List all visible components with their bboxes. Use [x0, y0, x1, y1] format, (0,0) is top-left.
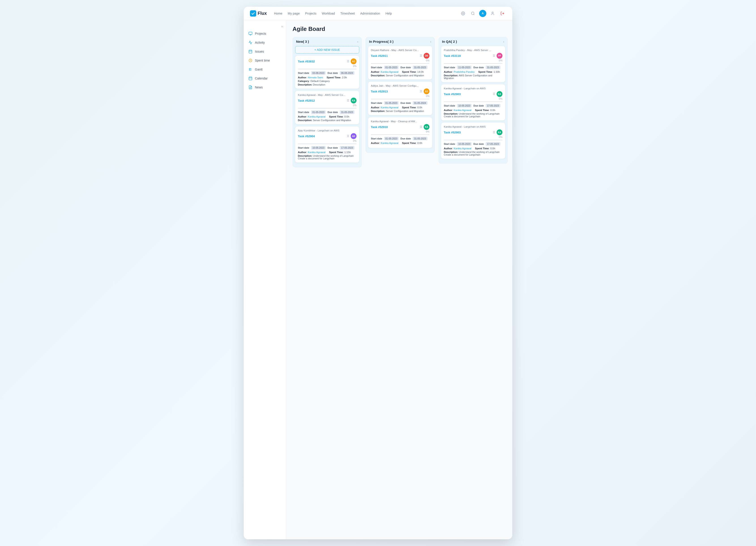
- sidebar-item-projects[interactable]: Projects: [244, 29, 286, 38]
- start-label: Start date: [298, 111, 309, 113]
- card-right: ☰ KA: [347, 98, 357, 103]
- svg-rect-8: [249, 50, 252, 53]
- calendar-icon: [248, 76, 253, 81]
- progress-percent: 0%: [444, 59, 502, 62]
- nav-home[interactable]: Home: [274, 12, 282, 15]
- spent-time: Spent Time: 1:30h: [478, 71, 500, 73]
- task-link[interactable]: Task #52904: [298, 135, 315, 138]
- description-row: Description: AWS Server Configuration an…: [444, 74, 502, 79]
- author-label: Author: Kanika Agrawal: [371, 71, 398, 73]
- task-link[interactable]: Task #52912: [298, 99, 315, 102]
- card-right: ☰ AJ: [347, 58, 357, 64]
- progress-percent: 0%: [298, 104, 357, 107]
- card-menu-icon[interactable]: ☰: [347, 135, 349, 138]
- description-row: Description: Server Configuration and Mi…: [298, 119, 357, 122]
- task-link[interactable]: Task #53119: [444, 54, 461, 58]
- progress-percent: 0%: [444, 136, 502, 138]
- card-menu-icon[interactable]: ☰: [493, 131, 495, 134]
- card-right: ☰ AK: [347, 133, 357, 139]
- card-right: ☰ PP: [493, 53, 502, 59]
- due-label: Due date: [327, 72, 338, 74]
- task-card: Kanika Agrawal - Langchain on AWS Task #…: [441, 84, 505, 120]
- nav-administration[interactable]: Administration: [360, 12, 380, 15]
- sidebar-item-news[interactable]: News: [244, 83, 286, 92]
- start-label: Start date: [371, 137, 382, 140]
- task-link[interactable]: Task #52903: [444, 92, 461, 96]
- progress-bar-container: [298, 108, 357, 109]
- task-link[interactable]: Task #53832: [298, 60, 315, 63]
- author-row: Author: Pratishtha Pandey Spent Time: 1:…: [444, 71, 502, 73]
- logo[interactable]: Flux: [250, 10, 267, 17]
- sidebar-label-spent-time: Spent time: [255, 59, 270, 62]
- nav-timesheet[interactable]: Timesheet: [340, 12, 355, 15]
- logo-icon: [250, 10, 256, 17]
- author-row: Author: Kanika Agrawal Spent Time: 0:0h: [298, 115, 357, 118]
- author-label: Author: Kanika Agrawal: [298, 151, 325, 154]
- author-row: Author: Kanika Agrawal Spent Time: 0:0h: [444, 109, 502, 111]
- start-date: 01-05-2023: [384, 66, 399, 69]
- card-avatar: KA: [497, 129, 502, 135]
- card-menu-icon[interactable]: ☰: [420, 125, 422, 128]
- progress-percent: 0%: [298, 65, 357, 67]
- column-in-qa-collapse-icon[interactable]: ‹: [503, 40, 504, 43]
- issues-icon: [248, 49, 253, 54]
- card-menu-icon[interactable]: ☰: [347, 99, 349, 102]
- start-label: Start date: [298, 146, 309, 149]
- author-label: Author: Kanika Agrawal: [444, 147, 471, 150]
- card-menu-icon[interactable]: ☰: [493, 92, 495, 96]
- due-date: 31-05-2023: [413, 66, 427, 69]
- user-avatar[interactable]: A: [479, 10, 486, 17]
- task-card: Ajay Kumbhkar - Langchain on AWS Task #5…: [295, 126, 359, 163]
- task-link[interactable]: Task #52903: [444, 131, 461, 134]
- sidebar-item-activity[interactable]: Activity: [244, 38, 286, 47]
- user-icon[interactable]: [489, 10, 496, 17]
- due-label: Due date: [327, 146, 338, 149]
- date-row: Start date 03-08-2023 Due date 06-08-202…: [298, 71, 357, 75]
- card-menu-icon[interactable]: ☰: [420, 90, 422, 93]
- search-icon[interactable]: [469, 10, 476, 17]
- due-label: Due date: [400, 66, 411, 69]
- due-date: 17-05-2023: [486, 142, 500, 146]
- spent-time: Spent Time: 2:0h: [327, 76, 347, 79]
- app-window: Flux Home My page Projects Workload Time…: [244, 7, 512, 539]
- spent-time: Spent Time: 0:0h: [402, 106, 422, 109]
- sidebar-item-calendar[interactable]: Calendar: [244, 74, 286, 83]
- progress-bar-container: [371, 63, 429, 64]
- column-in-progress-collapse-icon[interactable]: ‹: [430, 40, 431, 43]
- column-in-qa-title: In QA( 2 ): [442, 40, 457, 43]
- column-new-header: New( 3 ) ‹: [295, 40, 359, 43]
- column-new-collapse-icon[interactable]: ‹: [357, 40, 358, 43]
- start-date: 10-05-2023: [457, 104, 472, 107]
- author-row: Author: Nirmala Saini Spent Time: 2:0h: [298, 76, 357, 79]
- nav-help[interactable]: Help: [385, 12, 392, 15]
- progress-bar-container: [444, 63, 502, 64]
- start-label: Start date: [444, 104, 455, 107]
- logout-icon[interactable]: [499, 10, 506, 17]
- news-icon: [248, 85, 253, 90]
- sidebar-item-spent-time[interactable]: Spent time: [244, 56, 286, 65]
- svg-point-1: [471, 12, 474, 15]
- sidebar-item-gantt[interactable]: Gantt: [244, 65, 286, 74]
- sidebar-label-issues: Issues: [255, 50, 264, 53]
- card-menu-icon[interactable]: ☰: [347, 60, 349, 63]
- nav-projects[interactable]: Projects: [305, 12, 316, 15]
- task-link[interactable]: Task #52913: [371, 90, 388, 93]
- nav-mypage[interactable]: My page: [288, 12, 300, 15]
- sidebar-item-issues[interactable]: Issues: [244, 47, 286, 56]
- add-issue-button[interactable]: + ADD NEW ISSUE: [295, 46, 359, 54]
- card-menu-icon[interactable]: ☰: [493, 54, 495, 57]
- card-right: ☰ KA: [493, 91, 502, 97]
- settings-icon[interactable]: [459, 10, 467, 17]
- nav-workload[interactable]: Workload: [322, 12, 335, 15]
- card-menu-icon[interactable]: ☰: [420, 54, 422, 57]
- logo-text: Flux: [258, 11, 267, 16]
- author-label: Author: Kanika Agrawal: [371, 106, 398, 109]
- task-link[interactable]: Task #52911: [371, 54, 388, 58]
- start-label: Start date: [298, 72, 309, 74]
- due-date: 06-08-2023: [340, 71, 355, 75]
- start-date: 10-05-2023: [457, 142, 472, 146]
- task-link[interactable]: Task #52910: [371, 125, 388, 129]
- column-in-progress: In Progress( 3 ) ‹ Divyani Rathore - May…: [365, 37, 435, 153]
- sidebar-collapse-btn[interactable]: ‹‹: [244, 24, 286, 29]
- progress-percent: 0%: [371, 130, 429, 133]
